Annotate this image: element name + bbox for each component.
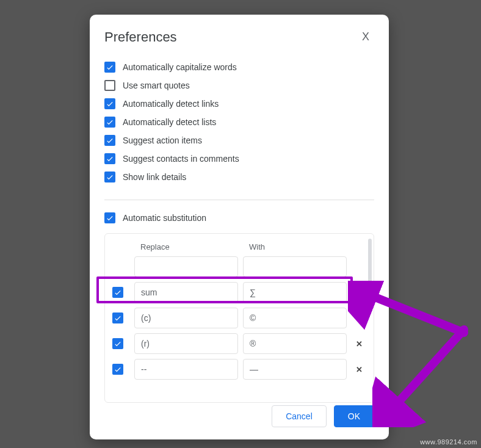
with-input[interactable]: [243, 359, 347, 380]
scrollbar-thumb[interactable]: [368, 239, 372, 290]
option-label: Suggest contacts in comments: [123, 154, 239, 164]
option-checkbox[interactable]: [104, 62, 115, 73]
auto-substitution-label: Automatic substitution: [123, 213, 206, 223]
option-checkbox[interactable]: [104, 80, 115, 91]
option-label: Automatically detect lists: [123, 117, 216, 127]
substitution-checkbox[interactable]: [112, 313, 123, 323]
option-checkbox[interactable]: [104, 98, 115, 109]
new-with-input[interactable]: [243, 256, 347, 277]
option-checkbox[interactable]: [104, 172, 115, 182]
substitution-checkbox[interactable]: [112, 338, 123, 349]
substitution-row: ✕: [111, 356, 367, 382]
option-row: Automatically detect links: [104, 95, 374, 113]
with-input[interactable]: [243, 282, 347, 303]
substitution-header: Replace With: [111, 239, 367, 254]
substitution-checkbox[interactable]: [112, 287, 123, 298]
auto-substitution-toggle-row: Automatic substitution: [104, 209, 374, 227]
option-row: Automatically capitalize words: [104, 58, 374, 76]
ok-button[interactable]: OK: [334, 405, 374, 427]
svg-line-1: [389, 330, 464, 412]
substitution-checkbox[interactable]: [112, 364, 123, 375]
option-label: Show link details: [123, 172, 186, 182]
delete-row-icon[interactable]: ✕: [352, 339, 366, 349]
option-label: Use smart quotes: [123, 81, 190, 90]
substitution-row: ✕: [111, 331, 367, 356]
delete-row-icon[interactable]: ✕: [352, 365, 366, 374]
option-label: Suggest action items: [123, 135, 202, 145]
option-row: Automatically detect lists: [104, 113, 374, 131]
substitution-new-row: [111, 254, 367, 280]
with-input[interactable]: [243, 308, 347, 328]
replace-input[interactable]: [134, 333, 238, 354]
option-checkbox[interactable]: [104, 117, 115, 128]
preferences-options: Automatically capitalize wordsUse smart …: [104, 57, 374, 193]
substitution-row: ✕: [111, 280, 367, 305]
replace-input[interactable]: [134, 308, 238, 328]
replace-input[interactable]: [134, 359, 238, 380]
new-replace-input[interactable]: [134, 256, 238, 277]
option-label: Automatically capitalize words: [123, 62, 237, 72]
dialog-footer: Cancel OK: [272, 405, 374, 427]
option-checkbox[interactable]: [104, 153, 115, 164]
cancel-button[interactable]: Cancel: [272, 405, 327, 427]
watermark: www.989214.com: [420, 438, 477, 446]
replace-input[interactable]: [134, 282, 238, 303]
dialog-title: Preferences: [104, 29, 177, 45]
substitution-panel: Replace With ✕✕✕✕: [104, 233, 374, 403]
col-replace: Replace: [134, 242, 238, 251]
option-row: Use smart quotes: [104, 76, 374, 95]
option-checkbox[interactable]: [104, 135, 115, 146]
delete-row-icon[interactable]: ✕: [352, 288, 366, 297]
option-row: Suggest contacts in comments: [104, 150, 374, 168]
option-label: Automatically detect links: [123, 99, 219, 109]
dialog-header: Preferences X: [104, 28, 374, 46]
col-with: With: [243, 242, 347, 251]
delete-row-icon[interactable]: ✕: [352, 314, 366, 323]
auto-substitution-checkbox[interactable]: [104, 212, 115, 223]
substitution-row: ✕: [111, 305, 367, 331]
section-divider: [104, 200, 374, 200]
option-row: Show link details: [104, 168, 374, 186]
option-row: Suggest action items: [104, 131, 374, 150]
close-icon[interactable]: X: [357, 28, 374, 46]
with-input[interactable]: [243, 333, 347, 354]
preferences-dialog: Preferences X Automatically capitalize w…: [90, 15, 389, 439]
